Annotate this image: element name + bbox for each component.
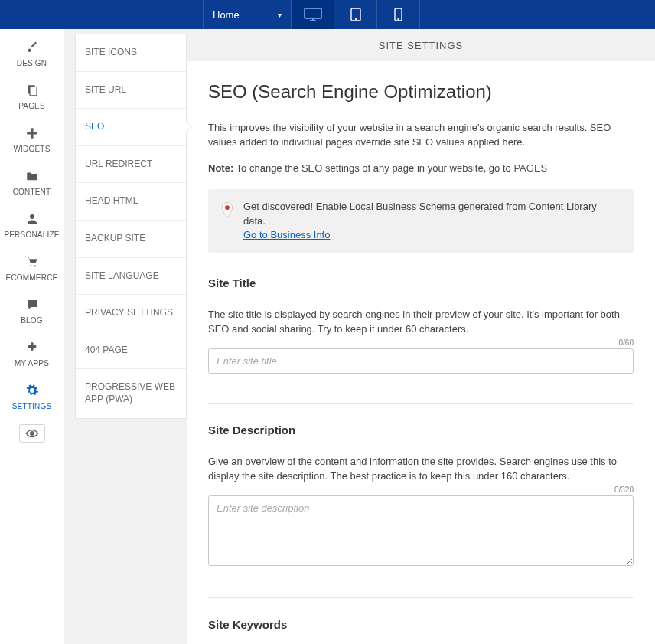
site-title-desc: The site title is displayed by search en… xyxy=(208,308,634,337)
panel-header-title: SITE SETTINGS xyxy=(379,40,464,51)
svg-point-13 xyxy=(34,265,35,266)
topbar: Home ▾ xyxy=(0,0,655,29)
panel-header: SITE SETTINGS xyxy=(187,29,655,61)
local-business-callout: Get discovered! Enable Local Business Sc… xyxy=(208,189,634,254)
sidebar-item-label: SETTINGS xyxy=(12,402,52,410)
sidebar-item-label: MY APPS xyxy=(15,359,49,368)
puzzle-icon xyxy=(25,341,39,355)
gear-icon xyxy=(25,384,39,397)
sidebar-item-label: DESIGN xyxy=(17,59,47,67)
site-description-heading: Site Description xyxy=(208,423,634,436)
svg-point-14 xyxy=(30,432,34,436)
sidebar-item-design[interactable]: DESIGN xyxy=(0,32,64,75)
eye-icon xyxy=(25,429,39,438)
left-sidebar: DESIGN PAGES WIDGETS CONTENT PERSONALIZE… xyxy=(0,29,64,644)
subnav-item-url-redirect[interactable]: URL REDIRECT xyxy=(76,146,186,184)
settings-subnav-wrap: SITE ICONS SITE URL SEO URL REDIRECT HEA… xyxy=(64,29,187,644)
folder-icon xyxy=(25,169,39,183)
site-title-section: Site Title The site title is displayed b… xyxy=(208,276,634,374)
callout-text: Get discovered! Enable Local Business Sc… xyxy=(243,201,597,227)
pages-link[interactable]: PAGES xyxy=(513,162,547,174)
preview-toggle-button[interactable] xyxy=(19,424,45,443)
chat-icon xyxy=(25,298,39,312)
divider xyxy=(208,403,634,404)
sidebar-item-label: ECOMMERCE xyxy=(6,273,58,282)
sidebar-item-content[interactable]: CONTENT xyxy=(0,161,64,204)
site-description-section: Site Description Give an overview of the… xyxy=(208,423,634,568)
mobile-icon xyxy=(394,8,402,21)
svg-rect-10 xyxy=(27,132,37,134)
page-selector-label: Home xyxy=(213,9,240,21)
subnav-item-backup-site[interactable]: BACKUP SITE xyxy=(76,221,186,258)
site-keywords-heading: Site Keywords xyxy=(208,618,634,631)
page-intro: This improves the visibility of your web… xyxy=(208,121,634,150)
sidebar-item-label: BLOG xyxy=(21,316,43,325)
subnav-item-seo[interactable]: SEO xyxy=(76,109,186,146)
site-keywords-section: Site Keywords These are terms related to… xyxy=(208,618,634,644)
svg-point-15 xyxy=(225,205,230,210)
settings-subnav: SITE ICONS SITE URL SEO URL REDIRECT HEA… xyxy=(75,34,187,419)
device-mobile-button[interactable] xyxy=(377,0,420,29)
svg-point-11 xyxy=(30,214,34,219)
sidebar-item-myapps[interactable]: MY APPS xyxy=(0,332,64,375)
sidebar-item-personalize[interactable]: PERSONALIZE xyxy=(0,204,64,247)
sidebar-item-label: CONTENT xyxy=(13,188,51,196)
site-description-counter: 0/320 xyxy=(208,485,634,494)
device-desktop-button[interactable] xyxy=(292,0,334,29)
subnav-item-404-page[interactable]: 404 PAGE xyxy=(76,332,186,370)
subnav-item-site-icons[interactable]: SITE ICONS xyxy=(76,34,186,72)
brush-icon xyxy=(25,41,39,54)
sidebar-item-label: WIDGETS xyxy=(13,145,50,153)
site-title-counter: 0/60 xyxy=(208,338,634,347)
svg-rect-0 xyxy=(305,8,321,18)
person-icon xyxy=(25,212,39,226)
cart-icon xyxy=(25,255,39,269)
desktop-icon xyxy=(304,8,322,21)
svg-point-6 xyxy=(398,18,399,20)
callout-message: Get discovered! Enable Local Business Sc… xyxy=(243,200,621,244)
subnav-item-privacy-settings[interactable]: PRIVACY SETTINGS xyxy=(76,295,186,332)
divider xyxy=(208,597,634,598)
page-title: SEO (Search Engine Optimization) xyxy=(208,81,634,103)
device-tablet-button[interactable] xyxy=(334,0,377,29)
page-selector[interactable]: Home ▾ xyxy=(203,0,292,29)
sidebar-item-blog[interactable]: BLOG xyxy=(0,289,64,332)
sidebar-item-label: PERSONALIZE xyxy=(4,230,59,239)
plus-icon xyxy=(25,126,39,140)
svg-point-12 xyxy=(30,265,31,266)
subnav-item-pwa[interactable]: PROGRESSIVE WEB APP (PWA) xyxy=(76,369,186,417)
business-info-link[interactable]: Go to Business Info xyxy=(243,229,330,240)
sidebar-item-pages[interactable]: PAGES xyxy=(0,75,64,118)
tablet-icon xyxy=(350,8,361,21)
site-description-input[interactable] xyxy=(208,495,634,566)
chevron-down-icon: ▾ xyxy=(278,11,282,19)
svg-rect-8 xyxy=(30,87,37,95)
subnav-item-site-language[interactable]: SITE LANGUAGE xyxy=(76,258,186,296)
note-text: To change the SEO settings of any page i… xyxy=(233,162,513,174)
svg-point-4 xyxy=(355,18,357,20)
main-body: SEO (Search Engine Optimization) This im… xyxy=(187,61,655,644)
main-panel: SITE SETTINGS SEO (Search Engine Optimiz… xyxy=(187,29,655,644)
sidebar-item-settings[interactable]: SETTINGS xyxy=(0,375,64,418)
sidebar-item-widgets[interactable]: WIDGETS xyxy=(0,118,64,161)
site-description-desc: Give an overview of the content and info… xyxy=(208,455,634,484)
note-line: Note: To change the SEO settings of any … xyxy=(208,162,634,174)
subnav-item-site-url[interactable]: SITE URL xyxy=(76,72,186,110)
site-title-input[interactable] xyxy=(208,348,634,374)
map-pin-icon xyxy=(220,201,234,218)
site-title-heading: Site Title xyxy=(208,276,634,289)
sidebar-item-ecommerce[interactable]: ECOMMERCE xyxy=(0,247,64,289)
pages-icon xyxy=(25,83,39,97)
sidebar-item-label: PAGES xyxy=(18,102,45,110)
subnav-item-head-html[interactable]: HEAD HTML xyxy=(76,183,186,221)
